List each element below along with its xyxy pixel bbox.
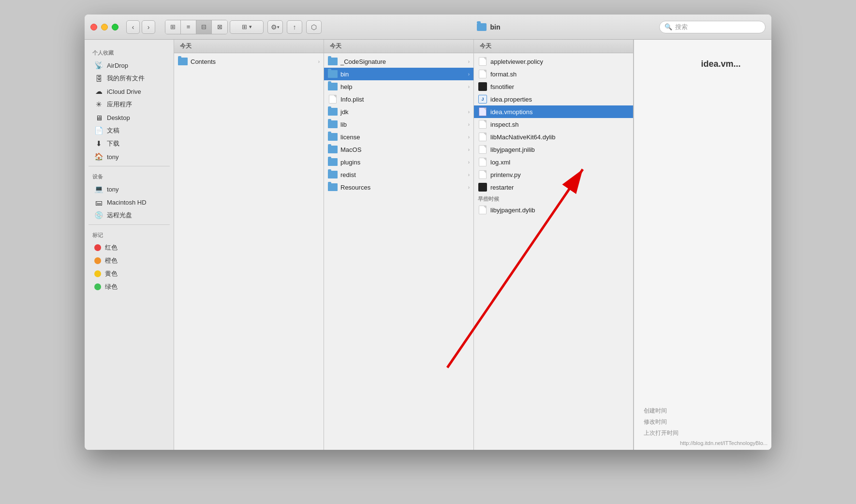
- col1-items: Contents ›: [174, 53, 324, 450]
- column-view-button[interactable]: ⊟: [196, 20, 212, 34]
- sidebar-item-tony-home[interactable]: 🏠 tony: [87, 150, 172, 163]
- sidebar-item-tag-yellow[interactable]: 黄色: [87, 267, 172, 280]
- action-button[interactable]: ⚙ ▾: [267, 20, 283, 34]
- file-item-resources[interactable]: Resources ›: [324, 181, 473, 193]
- orange-tag-dot: [94, 257, 101, 264]
- folder-icon-jdk: [328, 108, 338, 116]
- sidebar-item-tag-orange[interactable]: 橙色: [87, 254, 172, 267]
- file-item-info-plist[interactable]: Info.plist: [324, 93, 473, 105]
- file-item-libmac[interactable]: libMacNativeKit64.dylib: [474, 131, 633, 143]
- sidebar-divider-1: [89, 166, 170, 166]
- file-item-inspectdb[interactable]: inspect.sh: [474, 118, 633, 131]
- tags-section-label: 标记: [85, 228, 174, 241]
- title-bar: ‹ › ⊞ ≡ ⊟ ⊠ ⊞ ▾ ⚙ ▾ ↑ ⬡: [85, 15, 771, 40]
- file-item-log-xml[interactable]: log.xml: [474, 156, 633, 168]
- folder-icon-license: [328, 133, 338, 141]
- col1-header: 今天: [174, 40, 324, 53]
- doc-icon-format-sh: [478, 70, 487, 78]
- doc-icon-appletviewer: [478, 58, 487, 65]
- sidebar-item-icloud[interactable]: ☁ iCloud Drive: [87, 85, 172, 98]
- file-label-fsnotifier: fsnotifier: [490, 83, 514, 90]
- black-icon-fsnotifier: [478, 83, 487, 90]
- back-button[interactable]: ‹: [126, 20, 140, 34]
- minimize-button[interactable]: [101, 24, 108, 30]
- columns-area: 今天 Contents › 今天 _Co: [174, 40, 771, 450]
- sidebar-item-macintosh[interactable]: 🖴 Macintosh HD: [87, 196, 172, 208]
- disc-icon: 💿: [94, 211, 103, 220]
- chevron-macos: ›: [468, 147, 470, 152]
- file-label-jdk: jdk: [340, 108, 349, 116]
- share-icon: ↑: [293, 23, 296, 31]
- sidebar: 个人收藏 📡 AirDrop 🗄 我的所有文件 ☁ iCloud Drive ✳…: [85, 40, 174, 450]
- file-item-appletviewer[interactable]: appletviewer.policy: [474, 55, 633, 68]
- sidebar-item-tag-green[interactable]: 绿色: [87, 281, 172, 293]
- file-item-bin[interactable]: bin ›: [324, 68, 473, 80]
- sidebar-item-tag-red[interactable]: 红色: [87, 241, 172, 254]
- sidebar-label-apps: 应用程序: [107, 100, 132, 109]
- window-title: bin: [490, 23, 501, 31]
- sidebar-item-remote-disk[interactable]: 💿 远程光盘: [87, 209, 172, 222]
- sidebar-label-yellow: 黄色: [105, 269, 118, 278]
- sidebar-item-downloads[interactable]: ⬇ 下载: [87, 137, 172, 150]
- meta-row-modified: 修改时间: [644, 418, 771, 426]
- file-item-jdk[interactable]: jdk ›: [324, 105, 473, 118]
- file-item-printenv[interactable]: printenv.py: [474, 168, 633, 181]
- share-button[interactable]: ↑: [287, 20, 302, 34]
- tag-button[interactable]: ⬡: [306, 20, 322, 34]
- file-item-format-sh[interactable]: format.sh: [474, 68, 633, 80]
- sidebar-label-orange: 橙色: [105, 256, 118, 265]
- file-label-libyjp: libyjpagent.jnilib: [490, 146, 535, 153]
- blue-icon-idea-properties: J: [478, 95, 487, 103]
- file-label-appletviewer: appletviewer.policy: [490, 58, 543, 65]
- search-box[interactable]: 🔍 搜索: [659, 21, 766, 33]
- file-item-libyjp[interactable]: libyjpagent.jnilib: [474, 143, 633, 156]
- file-label-restarter: restarter: [490, 184, 514, 191]
- forward-button[interactable]: ›: [142, 20, 155, 34]
- computer-icon: 💻: [94, 185, 103, 193]
- file-item-idea-properties[interactable]: J idea.properties: [474, 93, 633, 105]
- meta-label-created: 创建时间: [644, 407, 667, 415]
- sidebar-item-tony-device[interactable]: 💻 tony: [87, 183, 172, 195]
- arrange-button[interactable]: ⊞ ▾: [230, 20, 264, 34]
- sidebar-item-documents[interactable]: 📄 文稿: [87, 124, 172, 137]
- folder-icon-codesignature: [328, 58, 338, 65]
- close-button[interactable]: [90, 24, 97, 30]
- sidebar-label-desktop: Desktop: [107, 114, 130, 121]
- sidebar-label-remote-disk: 远程光盘: [107, 211, 132, 220]
- list-view-button[interactable]: ≡: [181, 20, 196, 34]
- view-mode-group: ⊞ ≡ ⊟ ⊠: [165, 20, 228, 34]
- file-item-fsnotifier[interactable]: fsnotifier: [474, 80, 633, 93]
- file-item-idea-vmoptions[interactable]: idea.vmoptions: [474, 105, 633, 118]
- file-item-plugins[interactable]: plugins ›: [324, 156, 473, 168]
- sidebar-item-all-files[interactable]: 🗄 我的所有文件: [87, 72, 172, 85]
- maximize-button[interactable]: [112, 24, 118, 30]
- cover-view-button[interactable]: ⊠: [212, 20, 227, 34]
- col2-items: _CodeSignature › bin › help ›: [324, 53, 473, 450]
- home-icon: 🏠: [94, 152, 103, 161]
- file-item-contents[interactable]: Contents ›: [174, 55, 324, 68]
- file-item-codesignature[interactable]: _CodeSignature ›: [324, 55, 473, 68]
- meta-label-modified: 修改时间: [644, 418, 667, 426]
- search-icon: 🔍: [664, 23, 672, 30]
- files-icon: 🗄: [94, 74, 103, 83]
- file-item-lib[interactable]: lib ›: [324, 118, 473, 131]
- sidebar-item-apps[interactable]: ✳ 应用程序: [87, 98, 172, 111]
- chevron-resources: ›: [468, 185, 470, 190]
- file-label-plugins: plugins: [340, 159, 360, 166]
- chevron-license: ›: [468, 134, 470, 140]
- file-item-license[interactable]: license ›: [324, 131, 473, 143]
- col3-items: appletviewer.policy format.sh fsnotifier…: [474, 53, 633, 450]
- file-item-macos[interactable]: MacOS ›: [324, 143, 473, 156]
- sidebar-item-desktop[interactable]: 🖥 Desktop: [87, 111, 172, 124]
- file-item-restarter[interactable]: restarter: [474, 181, 633, 193]
- file-label-bin: bin: [340, 71, 349, 78]
- file-item-redist[interactable]: redist ›: [324, 168, 473, 181]
- file-item-libyjp-older[interactable]: libyjpagent.dylib: [474, 204, 633, 216]
- meta-row-created: 创建时间: [644, 407, 771, 415]
- chevron-codesig: ›: [468, 59, 470, 64]
- desktop-icon: 🖥: [94, 113, 103, 122]
- action-chevron: ▾: [277, 25, 280, 30]
- icon-view-button[interactable]: ⊞: [165, 20, 181, 34]
- sidebar-item-airdrop[interactable]: 📡 AirDrop: [87, 59, 172, 72]
- file-item-help[interactable]: help ›: [324, 80, 473, 93]
